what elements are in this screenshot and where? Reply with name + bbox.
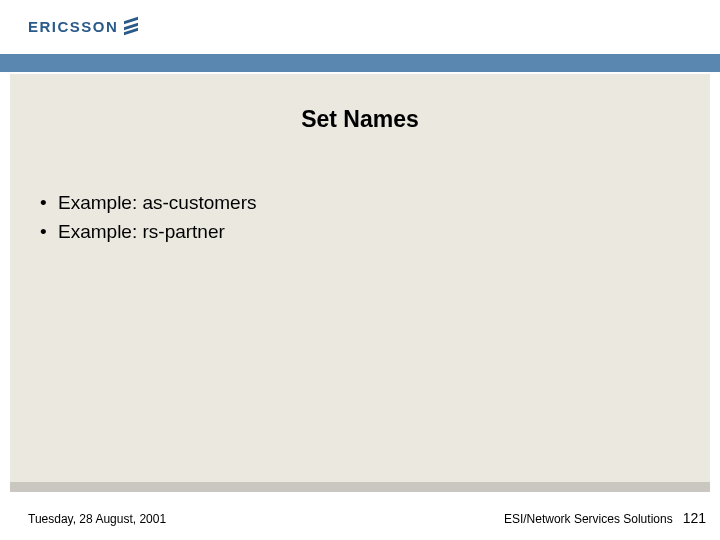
brand-logo: ERICSSON	[28, 16, 138, 36]
footer-date: Tuesday, 28 August, 2001	[28, 512, 166, 526]
list-item: Example: rs-partner	[40, 218, 710, 247]
footer-accent-bar	[10, 482, 710, 492]
slide-footer: Tuesday, 28 August, 2001 ESI/Network Ser…	[0, 482, 720, 540]
slide-header: ERICSSON	[0, 0, 720, 74]
bullet-list: Example: as-customers Example: rs-partne…	[40, 189, 710, 246]
list-item: Example: as-customers	[40, 189, 710, 218]
slide-title: Set Names	[10, 106, 710, 133]
brand-stripes-icon	[124, 17, 138, 36]
header-accent-bar	[0, 54, 720, 72]
footer-org: ESI/Network Services Solutions	[504, 512, 673, 526]
footer-row: Tuesday, 28 August, 2001 ESI/Network Ser…	[28, 510, 706, 526]
slide-body: Set Names Example: as-customers Example:…	[10, 74, 710, 482]
page-number: 121	[683, 510, 706, 526]
brand-name: ERICSSON	[28, 18, 118, 35]
